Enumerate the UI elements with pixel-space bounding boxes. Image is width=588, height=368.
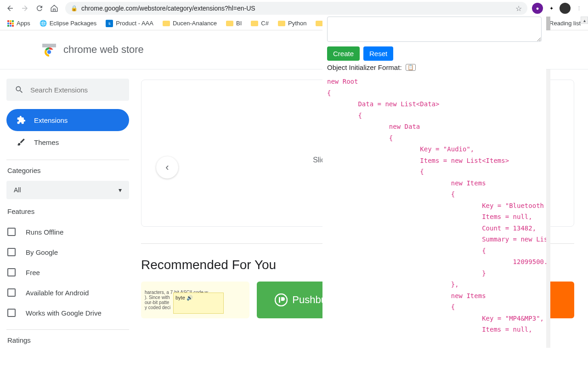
feature-free[interactable]: Free (6, 262, 129, 282)
ratings-label: Ratings (6, 336, 129, 344)
divider (6, 160, 129, 160)
bookmark-ducen[interactable]: Ducen-Analance (159, 20, 220, 27)
extension-panel: Create Reset Object Initializer Format: … (322, 17, 546, 348)
back-icon[interactable] (4, 2, 17, 15)
star-icon[interactable]: ☆ (515, 4, 522, 13)
home-icon[interactable] (48, 2, 61, 15)
sidebar: Extensions Themes Categories All▾ Featur… (0, 69, 136, 368)
card-dictionary[interactable]: haracters, a 7-bit ASCII code w ). Since… (141, 282, 249, 318)
kebab-menu-icon[interactable]: ⋮ (573, 3, 584, 14)
checkbox[interactable] (7, 248, 16, 256)
pushbullet-icon (275, 293, 288, 306)
browser-toolbar: 🔒 ☆ ● ✦ ⋮ (0, 0, 588, 17)
json-input-textarea[interactable] (327, 17, 542, 42)
folder-icon (163, 21, 170, 26)
nav-themes[interactable]: Themes (6, 131, 129, 153)
chevron-down-icon: ▾ (119, 186, 122, 194)
chrome-webstore-logo (41, 42, 57, 58)
bookmark-bi[interactable]: BI (222, 20, 245, 27)
address-bar[interactable]: 🔒 ☆ (65, 2, 527, 15)
create-button[interactable]: Create (327, 46, 360, 61)
url-input[interactable] (81, 5, 512, 12)
feature-drive[interactable]: Works with Google Drive (6, 303, 129, 323)
feature-by-google[interactable]: By Google (6, 242, 129, 262)
extension-icon[interactable]: ● (532, 3, 543, 14)
nav-extensions[interactable]: Extensions (6, 109, 129, 131)
feature-android[interactable]: Available for Android (6, 282, 129, 303)
feature-runs-offline[interactable]: Runs Offline (6, 222, 129, 242)
brush-icon (17, 138, 26, 147)
features-label: Features (6, 207, 129, 215)
page-title: chrome web store (63, 44, 144, 56)
svg-rect-0 (42, 44, 56, 47)
puzzle-icon (17, 115, 26, 125)
folder-icon (278, 21, 285, 26)
categories-label: Categories (6, 167, 129, 174)
scroll-up-button[interactable]: ▴ (581, 17, 588, 24)
format-label: Object Initializer Format: 📋 (322, 63, 546, 74)
note-overlay: byte 🔊 (173, 293, 224, 314)
profile-avatar[interactable] (560, 3, 571, 14)
carousel-prev-button[interactable]: ‹ (156, 156, 178, 178)
search-box[interactable] (6, 79, 129, 101)
bookmark-product[interactable]: sProduct - AAA (102, 20, 157, 27)
reset-button[interactable]: Reset (363, 46, 393, 61)
bookmark-eclipse[interactable]: 🌐Eclipse Packages (36, 20, 101, 27)
extensions-puzzle-icon[interactable]: ✦ (546, 3, 557, 14)
folder-icon (251, 21, 258, 26)
divider (6, 329, 129, 330)
apps-icon (7, 20, 14, 27)
checkbox[interactable] (7, 288, 16, 297)
apps-label: Apps (17, 20, 30, 27)
extension-icons: ● ✦ ⋮ (532, 3, 584, 14)
folder-icon (226, 21, 233, 26)
category-select[interactable]: All▾ (6, 181, 129, 199)
lock-icon: 🔒 (71, 5, 78, 12)
reload-icon[interactable] (33, 2, 46, 15)
checkbox[interactable] (7, 309, 16, 317)
code-output[interactable]: new Root { Data = new List<Data> { new D… (322, 74, 546, 348)
checkbox[interactable] (7, 268, 16, 276)
checkbox[interactable] (7, 228, 16, 236)
svg-rect-9 (279, 297, 280, 303)
sharepoint-icon: s (106, 20, 113, 27)
globe-icon: 🌐 (40, 20, 47, 27)
search-input[interactable] (30, 86, 121, 94)
bookmark-python[interactable]: Python (274, 20, 310, 27)
apps-button[interactable]: Apps (4, 20, 34, 27)
bookmark-csharp[interactable]: C# (247, 20, 272, 27)
forward-icon[interactable] (18, 2, 31, 15)
clipboard-icon[interactable]: 📋 (406, 64, 416, 71)
search-icon (15, 85, 24, 94)
